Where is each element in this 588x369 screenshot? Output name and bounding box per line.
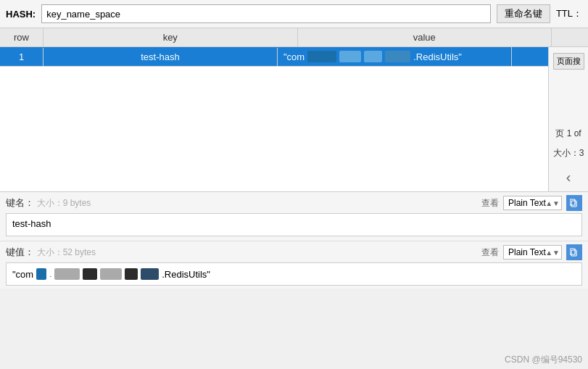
ttl-label: TTL： [556,7,582,20]
key-size-label: 大小：9 bytes [37,198,91,208]
value-copy-icon [570,248,579,257]
value-name-label: 键值： 大小：52 bytes [6,246,96,259]
key-name-label: 键名： 大小：9 bytes [6,196,91,210]
empty-rows [0,67,548,132]
svg-rect-1 [570,199,575,205]
table-row[interactable]: 1 test-hash "com .RedisUtils" [0,47,548,67]
key-label: 键名： [6,197,34,208]
value-view-select-wrapper: Plain Text ▲▼ [503,245,562,260]
key-view-label: 查看 [481,197,499,210]
value-prefix: "com [283,51,305,62]
value-view-label: 查看 [481,246,499,259]
col-row: row [0,28,44,46]
value-copy-button[interactable] [566,244,582,260]
rename-button[interactable]: 重命名键 [497,4,550,23]
value-dot: . [49,270,51,278]
key-view-control: 查看 Plain Text ▲▼ [481,195,582,211]
value-redact-1 [307,51,336,62]
chevron-left-icon[interactable]: ‹ [566,169,571,186]
value-redact-4 [385,51,410,62]
value-suffix: .RedisUtils" [413,51,462,62]
cell-row: 1 [0,48,44,66]
value-label: 键值： [6,246,34,257]
svg-rect-3 [570,249,575,254]
value-text-suffix: .RedisUtils" [162,269,210,280]
cell-action [512,53,548,60]
col-value: value [298,28,552,46]
value-redact-block-2 [54,268,80,280]
page-info-2: 大小：3 [553,147,584,159]
value-display: "com . .RedisUtils" [6,262,582,286]
cell-value: "com .RedisUtils" [278,47,512,66]
key-copy-button[interactable] [566,195,582,211]
value-redact-block-6 [141,268,159,280]
value-view-select[interactable]: Plain Text [503,245,562,260]
right-sidebar: 页面搜 页 1 of 大小：3 ‹ [548,47,588,191]
col-key: key [44,28,298,46]
value-redact-block-4 [100,268,122,280]
value-size-label: 大小：52 bytes [37,247,96,257]
value-redact-2 [339,51,361,62]
hash-input[interactable] [41,4,491,23]
table-body: 1 test-hash "com .RedisUtils" [0,47,548,191]
value-redact-3 [364,51,382,62]
value-redact-block-1 [36,268,46,280]
page-search-button[interactable]: 页面搜 [553,53,584,70]
svg-rect-2 [571,250,576,256]
key-view-select-wrapper: Plain Text ▲▼ [503,196,562,210]
top-bar: HASH: 重命名键 TTL： [0,0,588,28]
table-header: row key value [0,28,588,47]
value-view-control: 查看 Plain Text ▲▼ [481,244,582,260]
page-info-1: 页 1 of [555,128,581,140]
col-extra [552,28,588,46]
value-section: 键值： 大小：52 bytes 查看 Plain Text ▲▼ "com . [0,241,588,289]
key-value-text: test-hash [12,218,51,229]
key-section: 键名： 大小：9 bytes 查看 Plain Text ▲▼ test-has… [0,192,588,241]
copy-icon [570,199,579,207]
hash-label: HASH: [6,9,36,20]
value-text-prefix: "com [12,269,33,280]
watermark: CSDN @编号94530 [505,354,582,366]
value-redact-block-3 [83,268,97,280]
cell-key: test-hash [44,48,278,66]
key-value-display: test-hash [6,213,582,236]
key-view-select[interactable]: Plain Text [503,196,562,210]
svg-rect-0 [571,201,576,207]
value-redact-block-5 [125,268,138,280]
